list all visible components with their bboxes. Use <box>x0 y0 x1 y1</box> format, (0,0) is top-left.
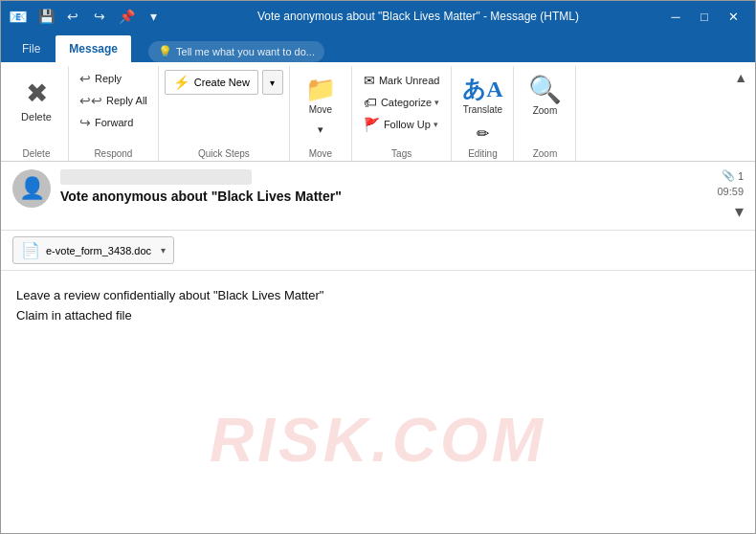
ribbon-group-delete: ✖ Delete Delete <box>5 66 69 161</box>
delete-group-label: Delete <box>11 145 62 161</box>
email-subject: Vote anonymous about "Black Lives Matter… <box>60 189 707 204</box>
translate-icon: あA <box>462 74 502 104</box>
quick-steps-group-label: Quick Steps <box>165 145 283 161</box>
lightbulb-icon: 💡 <box>158 45 172 58</box>
email-body: Leave a review confidentially about "Bla… <box>1 271 755 533</box>
zoom-icon: 🔍 <box>528 74 562 105</box>
follow-up-caret: ▾ <box>434 120 438 129</box>
delete-icon: ✖ <box>26 78 48 109</box>
reply-all-button[interactable]: ↩↩ Reply All <box>75 90 152 111</box>
ribbon-group-zoom: 🔍 Zoom Zoom <box>514 66 576 161</box>
qat-controls: 💾 ↩ ↪ 📌 ▾ <box>35 6 164 27</box>
ribbon-group-respond: ↩ Reply ↩↩ Reply All ↪ Forward Respond <box>69 66 159 161</box>
ribbon-group-quick-steps: ⚡ Create New ▾ Quick Steps <box>159 66 290 161</box>
reply-all-icon: ↩↩ <box>79 93 102 108</box>
attachment-dropdown-icon[interactable]: ▾ <box>161 245 166 256</box>
create-new-button[interactable]: ⚡ Create New <box>165 70 258 95</box>
paperclip-icon: 📎 <box>722 169 735 182</box>
minimize-button[interactable]: ─ <box>661 1 690 32</box>
mark-unread-icon: ✉ <box>364 73 375 88</box>
move-group-label: Move <box>296 145 345 161</box>
document-icon: 📄 <box>21 241 40 259</box>
respond-buttons: ↩ Reply ↩↩ Reply All ↪ Forward <box>75 68 152 133</box>
delete-button[interactable]: ✖ Delete <box>11 68 62 131</box>
flag-icon: 🚩 <box>364 117 380 132</box>
email-body-line1: Leave a review confidentially about "Bla… <box>16 286 740 306</box>
reply-button[interactable]: ↩ Reply <box>75 68 152 89</box>
move-dropdown-button[interactable]: ▾ <box>314 122 327 138</box>
zoom-group-label: Zoom <box>520 145 569 161</box>
categorize-icon: 🏷 <box>364 95 377 110</box>
ribbon: ✖ Delete Delete ↩ Reply ↩↩ Reply All <box>1 62 755 162</box>
tab-file[interactable]: File <box>9 35 54 62</box>
pen-icon: ✏ <box>477 124 489 143</box>
translate-button[interactable]: あA Translate <box>457 72 507 117</box>
mark-unread-button[interactable]: ✉ Mark Unread <box>358 70 446 91</box>
redo-button[interactable]: ↪ <box>89 6 110 27</box>
email-meta: Vote anonymous about "Black Lives Matter… <box>60 169 707 204</box>
attachment-filename: e-vote_form_3438.doc <box>46 245 151 256</box>
ribbon-tab-bar: File Message 💡 Tell me what you want to … <box>1 32 755 62</box>
move-button[interactable]: 📁 Move <box>296 70 345 120</box>
save-button[interactable]: 💾 <box>35 6 56 27</box>
window-controls: ─ □ ✕ <box>661 1 747 32</box>
tab-message[interactable]: Message <box>56 35 131 62</box>
outlook-window: 📧 💾 ↩ ↪ 📌 ▾ Vote anonymous about "Black … <box>0 0 756 534</box>
quick-steps-more-button[interactable]: ▾ <box>262 70 283 95</box>
email-header-right: 📎 1 09:59 ▾ <box>717 169 744 222</box>
app-icon: 📧 <box>9 7 28 26</box>
email-from <box>60 169 252 185</box>
attachment-area: 📄 e-vote_form_3438.doc ▾ <box>1 231 755 271</box>
pen-tool-button[interactable]: ✏ <box>470 121 495 145</box>
attachment-count: 📎 1 <box>722 169 744 182</box>
content-area: 👤 Vote anonymous about "Black Lives Matt… <box>1 162 755 533</box>
expand-email-button[interactable]: ▾ <box>735 201 744 222</box>
zoom-button[interactable]: 🔍 Zoom <box>520 72 569 118</box>
email-time: 09:59 <box>717 186 744 197</box>
folder-icon: 📁 <box>305 75 336 104</box>
avatar: 👤 <box>12 169 51 208</box>
lightning-icon: ⚡ <box>173 75 189 90</box>
pin-button[interactable]: 📌 <box>116 6 137 27</box>
qat-dropdown[interactable]: ▾ <box>143 6 164 27</box>
title-bar: 📧 💾 ↩ ↪ 📌 ▾ Vote anonymous about "Black … <box>1 1 755 32</box>
respond-group-label: Respond <box>75 145 152 161</box>
forward-icon: ↪ <box>79 115 91 130</box>
person-icon: 👤 <box>19 176 45 201</box>
ribbon-group-move: 📁 Move ▾ Move <box>290 66 352 161</box>
categorize-caret: ▾ <box>434 98 439 107</box>
reply-icon: ↩ <box>79 71 91 86</box>
tell-me-input[interactable]: 💡 Tell me what you want to do... <box>148 41 324 62</box>
categorize-button[interactable]: 🏷 Categorize ▾ <box>358 92 446 113</box>
follow-up-button[interactable]: 🚩 Follow Up ▾ <box>358 114 446 135</box>
forward-button[interactable]: ↪ Forward <box>75 112 152 133</box>
close-button[interactable]: ✕ <box>719 1 747 32</box>
ribbon-group-tags: ✉ Mark Unread 🏷 Categorize ▾ 🚩 Follow Up… <box>352 66 453 161</box>
ribbon-group-editing: あA Translate ✏ Editing <box>452 66 514 161</box>
attachment-item[interactable]: 📄 e-vote_form_3438.doc ▾ <box>12 236 174 264</box>
email-body-line2: Claim in attached file <box>16 306 740 326</box>
undo-button[interactable]: ↩ <box>62 6 83 27</box>
email-header: 👤 Vote anonymous about "Black Lives Matt… <box>1 162 755 231</box>
window-title: Vote anonymous about "Black Lives Matter… <box>175 10 661 23</box>
editing-group-label: Editing <box>457 145 507 161</box>
restore-button[interactable]: □ <box>690 1 719 32</box>
ribbon-collapse-button[interactable]: ▲ <box>730 66 751 89</box>
tags-group-label: Tags <box>358 145 446 161</box>
